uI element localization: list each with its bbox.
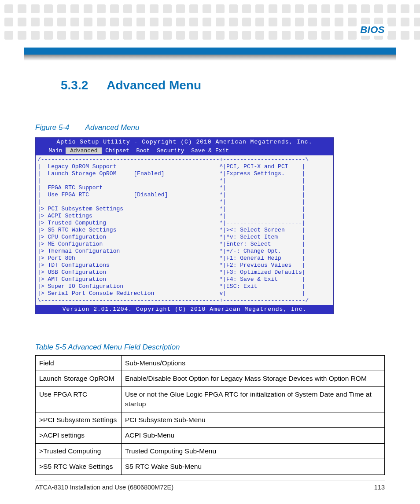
bios-menubar-pre: Main <box>38 147 66 154</box>
header-rule-blue <box>24 48 396 55</box>
table-caption: Table 5-5 Advanced Menu Field Descriptio… <box>35 343 385 352</box>
table-cell-field: >PCI Subsystem Settings <box>36 412 122 427</box>
section-heading: 5.3.2 Advanced Menu <box>61 78 385 92</box>
bios-screenshot: Aptio Setup Utility - Copyright (C) 2010… <box>35 137 334 314</box>
table-cell-desc: S5 RTC Wake Sub-Menu <box>122 459 385 475</box>
table-row: Use FPGA RTCUse or not the Glue Logic FP… <box>36 386 385 412</box>
table-row: FieldSub-Menus/Options <box>36 356 385 371</box>
table-cell-desc: Sub-Menus/Options <box>122 356 385 371</box>
table-cell-desc: ACPI Sub-Menu <box>122 428 385 443</box>
figure-label: Figure 5-4 <box>35 123 69 132</box>
footer-page-number: 113 <box>374 484 385 491</box>
table-row: Launch Storage OpROMEnable/Disable Boot … <box>36 371 385 386</box>
section-number: 5.3.2 <box>61 78 88 92</box>
table-cell-field: >ACPI settings <box>36 428 122 443</box>
section-title: Advanced Menu <box>107 78 201 92</box>
table-row: >ACPI settingsACPI Sub-Menu <box>36 428 385 443</box>
bios-footerbar: Version 2.01.1204. Copyright (C) 2010 Am… <box>36 305 333 314</box>
table-row: >Trusted ComputingTrusted Computing Sub-… <box>36 443 385 459</box>
bios-body: /---------------------------------------… <box>36 155 333 305</box>
bios-titlebar: Aptio Setup Utility - Copyright (C) 2010… <box>36 138 333 147</box>
field-description-table: FieldSub-Menus/OptionsLaunch Storage OpR… <box>35 355 385 475</box>
bios-menubar-selected: Advanced <box>66 147 102 154</box>
table-cell-field: Field <box>36 356 122 371</box>
table-cell-field: Launch Storage OpROM <box>36 371 122 386</box>
table-cell-field: >Trusted Computing <box>36 443 122 459</box>
page-footer: ATCA-8310 Installation and Use (6806800M… <box>35 481 385 491</box>
bios-menubar-post: Chipset Boot Security Save & Exit <box>102 147 229 154</box>
bios-menubar: Main Advanced Chipset Boot Security Save… <box>36 147 333 155</box>
table-cell-desc: Trusted Computing Sub-Menu <box>122 443 385 459</box>
header-rule-shadow <box>24 55 396 61</box>
table-row: >S5 RTC Wake SettingsS5 RTC Wake Sub-Men… <box>36 459 385 475</box>
table-row: >PCI Subsystem SettingsPCI Subsystem Sub… <box>36 412 385 427</box>
page-section-label: BIOS <box>357 24 388 36</box>
table-cell-desc: Enable/Disable Boot Option for Legacy Ma… <box>122 371 385 386</box>
figure-caption: Figure 5-4 Advanced Menu <box>35 123 385 132</box>
table-cell-field: >S5 RTC Wake Settings <box>36 459 122 475</box>
footer-doc-title: ATCA-8310 Installation and Use (6806800M… <box>35 484 173 491</box>
table-cell-desc: Use or not the Glue Logic FPGA RTC for i… <box>122 386 385 412</box>
table-cell-desc: PCI Subsystem Sub-Menu <box>122 412 385 427</box>
table-cell-field: Use FPGA RTC <box>36 386 122 412</box>
figure-title: Advanced Menu <box>85 123 140 132</box>
